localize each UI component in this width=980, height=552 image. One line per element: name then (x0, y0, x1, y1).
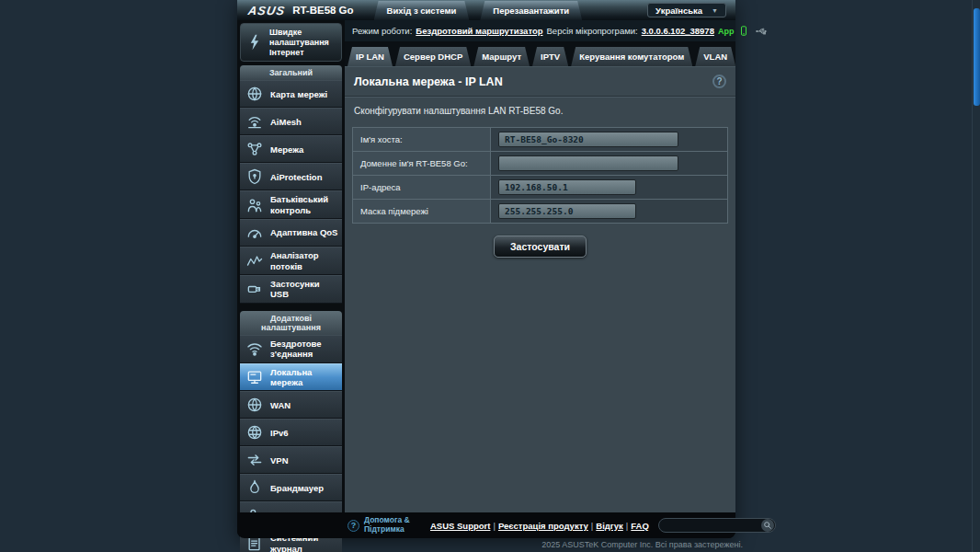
tab-vlan[interactable]: VLAN (695, 47, 735, 66)
network-map-icon (245, 84, 265, 104)
link-separator: | (591, 521, 593, 531)
router-admin-window: ASUS RT-BE58 Go Вихід з системи Перезава… (237, 0, 735, 538)
footer-search (658, 518, 776, 533)
page-description: Сконфігурувати налаштування LAN RT-BE58 … (345, 97, 735, 125)
footer-links: ASUS Support|Реєстрація продукту|Відгук|… (430, 521, 649, 531)
mobile-app-icon[interactable] (738, 24, 749, 38)
sidebar-item-label: WAN (270, 400, 291, 410)
vpn-arrows-icon (245, 450, 265, 470)
top-bar: ASUS RT-BE58 Go Вихід з системи Перезава… (237, 0, 735, 20)
logout-button[interactable]: Вихід з системи (374, 1, 470, 20)
faq-link[interactable]: FAQ (631, 521, 649, 531)
sidebar-item-label: Бездротове з'єднання (270, 339, 338, 360)
link-separator: | (626, 521, 628, 531)
section-title-general: Загальний (240, 65, 342, 80)
sidebar: Швидке налаштування Інтернет Загальний К… (237, 20, 345, 512)
help-support[interactable]: ? Допомога & Підтримка (348, 516, 421, 535)
sidebar-item-lan[interactable]: Локальна мережа (240, 363, 342, 392)
sidebar-section-general: Загальний Карта мережі AiMesh (240, 65, 342, 303)
footer-bar: ? Допомога & Підтримка ASUS Support|Реєс… (237, 512, 735, 538)
app-label: App (718, 27, 735, 36)
sidebar-item-parental-control[interactable]: Батьківський контроль (240, 190, 342, 219)
feedback-link[interactable]: Відгук (596, 521, 623, 531)
asus-logo: ASUS (247, 4, 287, 17)
sidebar-item-aiprotection[interactable]: AiProtection (240, 163, 342, 190)
apply-button[interactable]: Застосувати (494, 236, 587, 258)
operation-mode-label: Режим роботи: (352, 26, 412, 36)
sidebar-item-label: Брандмауер (270, 483, 324, 493)
tab-ip-lan[interactable]: IP LAN (348, 47, 393, 66)
firmware-label: Версія мікропрограми: (547, 26, 638, 36)
quick-setup-icon (245, 32, 265, 52)
table-row: Маска підмережі (353, 200, 728, 224)
help-support-label: Допомога & Підтримка (364, 516, 421, 535)
section-title-advanced: Додаткові налаштування (240, 311, 342, 335)
usb-status-icon[interactable] (754, 25, 769, 38)
host-name-input[interactable] (498, 132, 678, 147)
sidebar-item-wan[interactable]: WAN (240, 391, 342, 419)
scrollbar-thumb[interactable] (974, 8, 980, 106)
reboot-button[interactable]: Перезавантажити (480, 1, 582, 20)
operation-mode-link[interactable]: Бездротовий маршрутизатор (416, 26, 542, 36)
chevron-down-icon: ▼ (712, 7, 718, 14)
tab-switch-control[interactable]: Керування комутатором (571, 47, 692, 66)
subnet-mask-label: Маска підмережі (353, 200, 491, 224)
sidebar-item-label: Швидке налаштування Інтернет (269, 28, 337, 57)
tab-dhcp-server[interactable]: Сервер DHCP (395, 47, 471, 66)
sidebar-item-label: Аналізатор потоків (270, 250, 338, 271)
sidebar-item-aimesh[interactable]: AiMesh (240, 108, 342, 135)
help-icon[interactable]: ? (712, 75, 726, 88)
router-model-label: RT-BE58 Go (292, 5, 353, 16)
wifi-icon (245, 339, 265, 359)
traffic-wave-icon (245, 251, 265, 271)
ipv6-globe-icon (245, 422, 265, 443)
search-button[interactable] (761, 519, 774, 532)
sidebar-item-label: Батьківський контроль (270, 194, 338, 215)
status-bar: Режим роботи: Бездротовий маршрутизатор … (345, 20, 735, 41)
sidebar-item-vpn[interactable]: VPN (240, 446, 342, 474)
search-input[interactable] (667, 521, 761, 530)
sidebar-item-label: VPN (270, 455, 289, 466)
sidebar-item-firewall[interactable]: Брандмауер (240, 474, 342, 501)
sidebar-item-label: Локальна мережа (270, 367, 338, 388)
sidebar-item-traffic-analyzer[interactable]: Аналізатор потоків (240, 247, 342, 275)
sidebar-item-label: Мережа (270, 144, 303, 155)
sidebar-item-usb-applications[interactable]: Застосунки USB (240, 275, 342, 304)
asus-support-link[interactable]: ASUS Support (430, 521, 490, 531)
domain-name-input[interactable] (498, 155, 678, 171)
sidebar-item-wireless[interactable]: Бездротове з'єднання (240, 335, 342, 363)
lan-monitor-icon (245, 367, 265, 387)
host-name-label: Ім'я хоста: (353, 128, 491, 152)
sidebar-item-label: AiMesh (270, 117, 302, 127)
sidebar-item-adaptive-qos[interactable]: Адаптивна QoS (240, 219, 342, 247)
language-selector[interactable]: Українська ▼ (647, 3, 726, 17)
shield-icon (245, 167, 265, 187)
subnet-mask-input[interactable] (498, 203, 636, 219)
domain-name-label: Доменне ім'я RT-BE58 Go: (353, 152, 491, 176)
product-registration-link[interactable]: Реєстрація продукту (498, 521, 588, 531)
sidebar-item-label: Карта мережі (270, 89, 327, 99)
sidebar-item-network[interactable]: Мережа (240, 135, 342, 163)
page-title: Локальна мережа - IP LAN (354, 75, 712, 88)
gauge-icon (245, 223, 265, 243)
tab-bar: IP LAN Сервер DHCP Маршрут IPTV Керуванн… (345, 41, 735, 66)
copyright-text: 2025 ASUSTeK Computer Inc. Всі права зас… (0, 540, 743, 549)
ip-address-input[interactable] (498, 179, 636, 195)
page-scrollbar[interactable] (972, 0, 980, 552)
link-separator: | (493, 521, 495, 531)
sidebar-item-label: Застосунки USB (270, 279, 338, 300)
sidebar-item-ipv6[interactable]: IPv6 (240, 419, 342, 446)
aimesh-icon (245, 111, 265, 132)
table-row: IP-адреса (353, 176, 728, 200)
firmware-version-link[interactable]: 3.0.0.6.102_38978 (642, 26, 714, 36)
sidebar-item-quick-setup[interactable]: Швидке налаштування Інтернет (240, 23, 342, 62)
lan-settings-table: Ім'я хоста: Доменне ім'я RT-BE58 Go: IP-… (352, 127, 728, 224)
language-label: Українська (655, 6, 702, 16)
ip-address-label: IP-адреса (353, 176, 491, 200)
network-nodes-icon (245, 139, 265, 159)
sidebar-item-label: AiProtection (270, 172, 322, 182)
sidebar-item-network-map[interactable]: Карта мережі (240, 80, 342, 108)
tab-route[interactable]: Маршрут (473, 47, 530, 66)
tab-iptv[interactable]: IPTV (532, 47, 568, 66)
sidebar-item-label: Адаптивна QoS (270, 227, 337, 237)
